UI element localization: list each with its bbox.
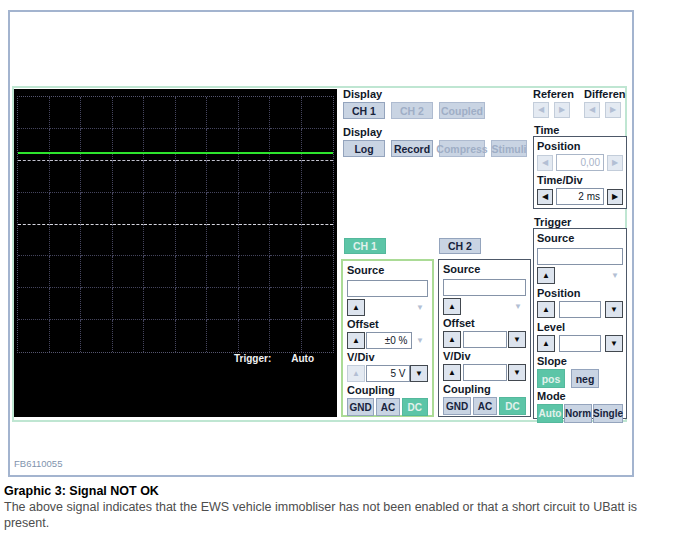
ch2-source-up-button[interactable]: ▲ <box>443 298 461 315</box>
ch2-panel: Source ▲ ▼ Offset ▲ ▼ V/Div ▲ ▼ Coupling… <box>438 259 531 417</box>
time-position-decrement-button[interactable]: ◀ <box>537 155 553 171</box>
slope-pos-button[interactable]: pos <box>537 369 565 388</box>
difference-section: Differen ◀ ▶ <box>584 88 626 118</box>
ch1-offset-value: ±0 % <box>366 332 412 349</box>
ch1-vdiv-value: 5 V <box>366 365 410 382</box>
right-arrow-icon: ▶ <box>610 106 616 114</box>
reference-prev-button[interactable]: ◀ <box>533 102 549 118</box>
ch1-coupling-dc-button[interactable]: DC <box>402 398 428 416</box>
signal-trace <box>18 152 333 154</box>
trigger-source-input[interactable] <box>537 248 623 265</box>
ch1-source-label: Source <box>347 264 428 276</box>
ch1-source-input[interactable] <box>347 280 428 297</box>
down-arrow-icon: ▼ <box>610 340 618 348</box>
up-arrow-icon: ▲ <box>542 306 550 314</box>
trigger-position-up-button[interactable]: ▲ <box>537 301 555 318</box>
ch2-source-input[interactable] <box>443 279 526 296</box>
ch2-coupling-ac-button[interactable]: AC <box>473 397 497 415</box>
ch1-vdiv-down-button[interactable]: ▼ <box>410 365 428 382</box>
ch2-vdiv-down-button[interactable]: ▼ <box>508 364 526 381</box>
tab-ch2[interactable]: CH 2 <box>439 238 481 254</box>
ch1-vdiv-label: V/Div <box>347 351 428 363</box>
mode-auto-button[interactable]: Auto <box>537 404 563 423</box>
log-button[interactable]: Log <box>343 140 385 157</box>
slope-neg-button[interactable]: neg <box>571 369 599 388</box>
figure-id: FB6110055 <box>14 458 62 469</box>
ch2-source-label: Source <box>443 263 526 275</box>
difference-prev-button[interactable]: ◀ <box>584 102 600 118</box>
ch1-coupling-ac-button[interactable]: AC <box>376 398 399 416</box>
trigger-level-up-button[interactable]: ▲ <box>537 335 555 352</box>
mode-single-button[interactable]: Single <box>593 404 623 423</box>
time-position-value: 0,00 <box>556 154 604 171</box>
ch2-offset-up-button[interactable]: ▲ <box>443 331 461 348</box>
ch1-offset-up-button[interactable]: ▲ <box>347 332 365 349</box>
time-position-increment-button[interactable]: ▶ <box>607 155 623 171</box>
trigger-position-value <box>559 301 601 318</box>
compress-button[interactable]: Compress <box>439 140 485 157</box>
caption-title: Graphic 3: Signal NOT OK <box>4 484 159 498</box>
display-channels-label: Display <box>343 88 485 100</box>
up-arrow-icon: ▲ <box>542 272 550 280</box>
ch2-coupling-gnd-button[interactable]: GND <box>443 397 471 415</box>
mode-norm-button[interactable]: Norm <box>564 404 592 423</box>
coupled-display-button[interactable]: Coupled <box>439 102 485 119</box>
ch2-coupling-dc-button[interactable]: DC <box>499 397 526 415</box>
reference-label: Referen <box>533 88 574 100</box>
ch1-vdiv-up-button[interactable]: ▲ <box>347 365 365 382</box>
ch1-offset-down-icon[interactable]: ▼ <box>412 337 428 345</box>
ch2-offset-label: Offset <box>443 317 526 329</box>
ch2-vdiv-up-button[interactable]: ▲ <box>443 364 461 381</box>
display-channels-section: Display CH 1 CH 2 Coupled <box>343 88 485 119</box>
left-arrow-icon: ◀ <box>538 106 544 114</box>
ch1-offset-label: Offset <box>347 318 428 330</box>
scope-display: Trigger:Auto <box>14 89 337 417</box>
ch2-display-button[interactable]: CH 2 <box>391 102 433 119</box>
down-arrow-icon: ▼ <box>513 369 521 377</box>
up-arrow-icon: ▲ <box>448 336 456 344</box>
trigger-status: Trigger:Auto <box>234 353 314 364</box>
trigger-status-label: Trigger: <box>234 353 271 364</box>
difference-next-button[interactable]: ▶ <box>605 102 621 118</box>
reference-next-button[interactable]: ▶ <box>554 102 570 118</box>
caption-body: The above signal indicates that the EWS … <box>4 500 680 531</box>
time-div-value: 2 ms <box>556 188 604 205</box>
stimuli-button[interactable]: Stimuli <box>491 140 527 157</box>
ch1-coupling-label: Coupling <box>347 384 428 396</box>
trigger-source-dropdown-icon[interactable]: ▼ <box>607 272 623 280</box>
trigger-source-label: Source <box>537 232 623 244</box>
ch2-vdiv-label: V/Div <box>443 350 526 362</box>
trigger-status-value: Auto <box>291 353 314 364</box>
ch1-panel: Source ▲ ▼ Offset ▲ ±0 % ▼ V/Div ▲ 5 V ▼… <box>341 259 434 417</box>
up-arrow-icon: ▲ <box>352 337 360 345</box>
time-div-label: Time/Div <box>537 174 623 186</box>
trigger-source-up-button[interactable]: ▲ <box>537 267 555 284</box>
time-group: Position ◀ 0,00 ▶ Time/Div ◀ 2 ms ▶ <box>533 136 627 209</box>
ch2-coupling-label: Coupling <box>443 383 526 395</box>
time-label: Time <box>534 124 559 136</box>
ch2-source-dropdown-icon[interactable]: ▼ <box>510 303 526 311</box>
down-arrow-icon: ▼ <box>415 370 423 378</box>
time-div-decrement-button[interactable]: ◀ <box>537 189 553 205</box>
trigger-mode-label: Mode <box>537 390 623 402</box>
record-button[interactable]: Record <box>391 140 433 157</box>
ch1-source-dropdown-icon[interactable]: ▼ <box>412 304 428 312</box>
up-arrow-icon: ▲ <box>448 303 456 311</box>
right-arrow-icon: ▶ <box>559 106 565 114</box>
time-div-increment-button[interactable]: ▶ <box>607 189 623 205</box>
up-arrow-icon: ▲ <box>352 370 360 378</box>
ch1-coupling-gnd-button[interactable]: GND <box>347 398 374 416</box>
trigger-position-down-button[interactable]: ▼ <box>605 301 623 318</box>
tab-ch1[interactable]: CH 1 <box>344 238 386 254</box>
trigger-level-down-button[interactable]: ▼ <box>605 335 623 352</box>
ch2-vdiv-value <box>463 364 507 381</box>
trigger-slope-label: Slope <box>537 355 623 367</box>
up-arrow-icon: ▲ <box>352 304 360 312</box>
ch1-source-up-button[interactable]: ▲ <box>347 299 365 316</box>
left-arrow-icon: ◀ <box>542 159 548 167</box>
left-arrow-icon: ◀ <box>542 193 548 201</box>
ch2-offset-down-button[interactable]: ▼ <box>508 331 526 348</box>
ch1-display-button[interactable]: CH 1 <box>343 102 385 119</box>
trigger-level-value <box>559 335 601 352</box>
trigger-level-label: Level <box>537 321 623 333</box>
